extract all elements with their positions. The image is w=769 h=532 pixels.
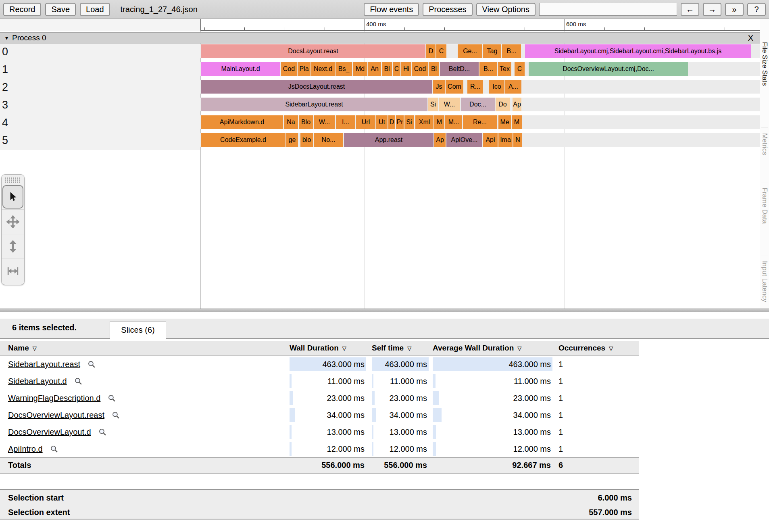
column-header-average-wall-duration[interactable]: Average Wall Duration▽ [433, 341, 521, 355]
timeline-slice[interactable]: Do [496, 98, 510, 111]
magnifier-icon[interactable] [108, 394, 116, 403]
column-header-name[interactable]: Name▽ [8, 341, 37, 355]
column-header-wall-duration[interactable]: Wall Duration▽ [290, 341, 346, 355]
timeline-slice[interactable]: MainLayout.d [201, 62, 280, 76]
timeline-slice[interactable]: Re... [463, 115, 497, 129]
timeline-slice[interactable]: ge [286, 133, 298, 147]
timeline-slice[interactable]: Com [446, 80, 463, 94]
close-process-button[interactable]: X [748, 33, 753, 43]
magnifier-icon[interactable] [88, 360, 96, 369]
magnifier-icon[interactable] [112, 411, 120, 419]
sidebar-tab-input-latency[interactable]: Input Latency [761, 261, 769, 302]
timeline-slice[interactable]: DocsLayout.reast [201, 44, 425, 58]
timeline-slice[interactable]: Si [428, 98, 438, 111]
timeline-slice[interactable]: Bs_ [336, 62, 352, 76]
timeline-slice[interactable]: Doc... [461, 98, 495, 111]
timeline-slice[interactable]: Blo [299, 115, 313, 129]
timeline-slice[interactable]: M... [445, 115, 462, 129]
timeline-slice[interactable]: DocsOverviewLayout.cmj,Doc... [529, 62, 688, 76]
save-button[interactable]: Save [45, 3, 76, 16]
column-header-occurrences[interactable]: Occurrences▽ [559, 341, 613, 355]
timeline-slice[interactable]: Api [483, 133, 498, 147]
magnifier-icon[interactable] [74, 377, 83, 386]
timeline-slice[interactable]: blo [300, 133, 313, 147]
slice-name-link[interactable]: WarningFlagDescription.d [8, 394, 100, 403]
load-button[interactable]: Load [80, 3, 110, 16]
timeline-slice[interactable]: B... [479, 62, 497, 76]
slice-name-link[interactable]: SidebarLayout.reast [8, 360, 80, 369]
sidebar-tab-metrics[interactable]: Metrics [761, 133, 769, 155]
timeline-slice[interactable]: Bl [429, 62, 439, 76]
column-header-self-time[interactable]: Self time▽ [372, 341, 411, 355]
timeline-slice[interactable]: Pla [298, 62, 311, 76]
timeline-slice[interactable]: ApiOve... [446, 133, 482, 147]
timeline-slice[interactable]: B... [502, 44, 521, 58]
processes-button[interactable]: Processes [423, 3, 472, 16]
record-button[interactable]: Record [3, 3, 41, 16]
timeline-slice[interactable]: R... [467, 80, 483, 94]
collapse-process-icon[interactable]: ▾ [5, 35, 8, 41]
timeline-slice[interactable]: D [426, 44, 436, 58]
timeline-slice[interactable]: Tag [483, 44, 501, 58]
help-button[interactable]: ? [747, 3, 766, 16]
timeline-slice[interactable]: App.reast [344, 133, 433, 147]
panel-drag-handle[interactable] [4, 177, 21, 184]
timeline-slice[interactable]: I... [336, 115, 355, 129]
find-next-button[interactable]: → [703, 3, 721, 16]
timeline-slice[interactable]: N [513, 133, 522, 147]
timeline-slice[interactable]: Pr [396, 115, 404, 129]
timeline-slice[interactable]: CodeExample.d [201, 133, 286, 147]
timeline-slice[interactable]: Ut [376, 115, 388, 129]
sort-arrow-icon[interactable]: ▽ [407, 345, 411, 351]
more-options-button[interactable]: » [725, 3, 744, 16]
slice-name-link[interactable]: DocsOverviewLayout.d [8, 428, 91, 437]
timeline-slice[interactable]: No... [314, 133, 343, 147]
pan-tool-button[interactable] [2, 209, 24, 234]
timeline-slice[interactable]: Url [356, 115, 375, 129]
selection-tool-button[interactable] [2, 185, 23, 209]
timeline-slice[interactable]: Bl [382, 62, 392, 76]
timeline-slice[interactable]: Ico [489, 80, 504, 94]
timeline-slice[interactable]: Xml [415, 115, 433, 129]
timeline-slice[interactable]: Ap [434, 133, 446, 147]
timeline-slice[interactable]: M [512, 115, 522, 129]
timeline-slice[interactable]: Tex [498, 62, 511, 76]
timeline-slice[interactable]: M [434, 115, 444, 129]
sort-arrow-icon[interactable]: ▽ [609, 345, 613, 351]
timeline-slice[interactable]: SidebarLayout.cmj,SidebarLayout.cmi,Side… [525, 44, 751, 58]
timeline-slice[interactable]: An [368, 62, 381, 76]
view-options-button[interactable]: View Options [476, 3, 536, 16]
timeline-slice[interactable]: D [388, 115, 395, 129]
timeline-slice[interactable]: A... [505, 80, 521, 94]
timeline-slice[interactable]: Md [353, 62, 367, 76]
timeline-slice[interactable]: Ge... [458, 44, 482, 58]
tab-slices[interactable]: Slices (6) [110, 321, 166, 339]
timeline-slice[interactable]: Me [498, 115, 511, 129]
timeline-slice[interactable]: Na [284, 115, 298, 129]
timeline-slice[interactable]: ApiMarkdown.d [201, 115, 283, 129]
timeline-slice[interactable]: Cod [412, 62, 428, 76]
timeline-slice[interactable]: SidebarLayout.reast [201, 98, 427, 111]
slice-name-link[interactable]: DocsOverviewLayout.reast [8, 411, 104, 420]
timeline-slice[interactable]: C [393, 62, 400, 76]
timeline-slice[interactable]: Ima [498, 133, 513, 147]
flow-events-button[interactable]: Flow events [364, 3, 419, 16]
timeline-slice[interactable]: Hi [401, 62, 411, 76]
sort-arrow-icon[interactable]: ▽ [517, 345, 521, 351]
timeline-slice[interactable]: Ap [513, 98, 521, 111]
process-header[interactable]: ▾ Process 0 X [0, 32, 760, 44]
magnifier-icon[interactable] [98, 428, 107, 436]
vertical-zoom-tool-button[interactable] [2, 234, 24, 259]
timeline-slice[interactable]: Js [433, 80, 445, 94]
timeline-slice[interactable]: C [436, 44, 446, 58]
magnifier-icon[interactable] [50, 445, 58, 453]
timeline-slice[interactable]: C [515, 62, 525, 76]
panel-splitter[interactable] [0, 309, 769, 312]
timeline-slice[interactable]: Si [404, 115, 414, 129]
find-input[interactable] [539, 3, 677, 16]
find-previous-button[interactable]: ← [681, 3, 699, 16]
timeline-slice[interactable]: JsDocsLayout.reast [201, 80, 432, 94]
sidebar-tab-file-size-stats[interactable]: File Size Stats [761, 42, 769, 86]
sort-arrow-icon[interactable]: ▽ [33, 345, 37, 351]
timeline-slice[interactable]: W... [439, 98, 460, 111]
